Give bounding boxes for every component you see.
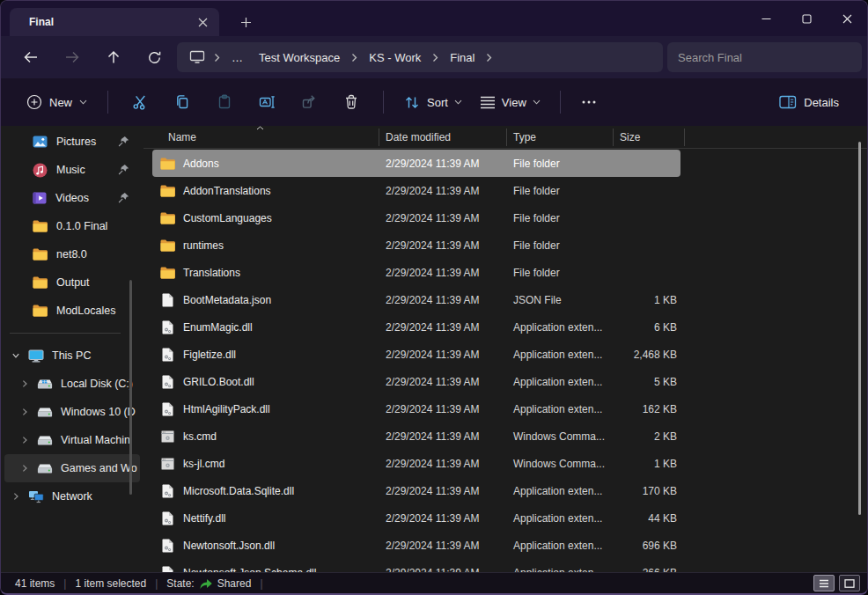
file-row-nettify-dll[interactable]: Nettify.dll 2/29/2024 11:39 AM Applicati… [152, 504, 680, 532]
folder-icon [159, 210, 175, 225]
sidebar-item-output[interactable]: Output [4, 268, 140, 297]
view-button[interactable]: View [471, 89, 549, 116]
file-row-microsoft-data-sqlite-dll[interactable]: Microsoft.Data.Sqlite.dll 2/29/2024 11:3… [152, 477, 680, 504]
file-row-newtonsoft-json-dll[interactable]: Newtonsoft.Json.dll 2/29/2024 11:39 AM A… [152, 532, 680, 559]
sidebar-item-this-pc[interactable]: This PC [4, 342, 140, 370]
column-header-size[interactable]: Size [614, 129, 685, 146]
file-date-modified: 2/29/2024 11:39 AM [379, 185, 507, 197]
sidebar-item-label: net8.0 [56, 248, 87, 261]
sidebar-item-virtual-machin[interactable]: Virtual Machin [4, 426, 140, 454]
file-row-customlanguages[interactable]: CustomLanguages 2/29/2024 11:39 AM File … [152, 204, 680, 231]
file-rows: Addons 2/29/2024 11:39 AM File folder Ad… [143, 150, 867, 572]
file-row-figletize-dll[interactable]: Figletize.dll 2/29/2024 11:39 AM Applica… [152, 341, 680, 368]
new-button-label: New [49, 96, 72, 109]
chevron-right-icon[interactable] [20, 379, 29, 388]
pin-icon [118, 164, 129, 175]
up-button[interactable] [92, 41, 134, 73]
new-tab-button[interactable] [232, 8, 260, 36]
sidebar-item-network[interactable]: Network [4, 482, 140, 511]
sort-button[interactable]: Sort [394, 87, 471, 118]
sidebar-item-modlocales[interactable]: ModLocales [4, 297, 140, 325]
forward-button[interactable] [51, 41, 92, 73]
file-row-ks-jl-cmd[interactable]: ks-jl.cmd 2/29/2024 11:39 AM Windows Com… [152, 450, 680, 477]
driveos-icon [37, 378, 53, 390]
sidebar-item-label: Pictures [56, 136, 96, 148]
more-options-button[interactable] [571, 85, 607, 119]
file-row-grilo-boot-dll[interactable]: GRILO.Boot.dll 2/29/2024 11:39 AM Applic… [152, 368, 680, 395]
minimize-button[interactable] [746, 1, 786, 36]
file-date-modified: 2/29/2024 11:39 AM [379, 212, 507, 224]
new-button[interactable]: New [17, 87, 97, 117]
chevron-down-icon[interactable] [11, 351, 20, 360]
chevron-right-icon[interactable] [11, 492, 20, 501]
refresh-button[interactable] [134, 41, 175, 73]
toolbar-separator [383, 91, 384, 114]
sidebar-item-net8-0[interactable]: net8.0 [4, 240, 140, 268]
search-input[interactable] [667, 42, 862, 72]
drive-icon [37, 435, 53, 446]
dll-icon [159, 511, 175, 525]
file-size: 696 KB [614, 540, 680, 552]
file-type: Application exten... [507, 376, 614, 388]
paste-button[interactable] [203, 85, 246, 119]
breadcrumb-overflow-button[interactable]: … [225, 48, 249, 68]
breadcrumb-item-test-workspace[interactable]: Test Workspace [253, 48, 346, 68]
file-date-modified: 2/29/2024 11:39 AM [379, 349, 507, 361]
sidebar-item-videos[interactable]: Videos [4, 184, 140, 212]
copy-button[interactable] [161, 85, 203, 119]
cmd-icon [159, 429, 175, 444]
details-pane-button[interactable]: Details [770, 88, 848, 116]
chevron-right-icon[interactable] [20, 464, 29, 473]
breadcrumb-item-final[interactable]: Final [444, 48, 481, 68]
rename-button[interactable] [246, 85, 288, 119]
sidebar-item-label: ModLocales [56, 305, 115, 317]
tab-final[interactable]: Final [10, 8, 219, 36]
delete-button[interactable] [330, 85, 372, 119]
file-row-addontranslations[interactable]: AddonTranslations 2/29/2024 11:39 AM Fil… [152, 177, 680, 204]
maximize-button[interactable] [786, 1, 827, 36]
column-header-name[interactable]: Name [143, 129, 379, 146]
tab-close-icon[interactable] [191, 11, 214, 33]
chevron-right-icon[interactable] [20, 436, 29, 444]
sidebar-item-label: Games and Wo [61, 462, 137, 474]
chevron-down-icon [79, 99, 87, 105]
sidebar-item-games-and-wo[interactable]: Games and Wo [4, 454, 140, 482]
this-pc-icon[interactable] [188, 50, 209, 64]
file-row-translations[interactable]: Translations 2/29/2024 11:39 AM File fol… [152, 259, 680, 286]
sidebar-item-label: 0.1.0 Final [56, 220, 107, 232]
dll-icon [159, 565, 175, 572]
file-row-bootmetadata-json[interactable]: BootMetadata.json 2/29/2024 11:39 AM JSO… [152, 286, 680, 313]
file-row-ks-cmd[interactable]: ks.cmd 2/29/2024 11:39 AM Windows Comma.… [152, 422, 680, 450]
column-header-date[interactable]: Date modified [379, 129, 507, 146]
icons-view-toggle[interactable] [839, 575, 860, 591]
sidebar-item-windows-10-d[interactable]: Windows 10 (D [4, 398, 140, 426]
sidebar-item-0-1-0-final[interactable]: 0.1.0 Final [4, 212, 140, 240]
cut-button[interactable] [119, 85, 161, 119]
sidebar-item-pictures[interactable]: Pictures [4, 128, 140, 156]
back-button[interactable] [10, 41, 51, 73]
file-row-runtimes[interactable]: runtimes 2/29/2024 11:39 AM File folder [152, 231, 680, 259]
sidebar-scrollbar[interactable] [129, 280, 132, 495]
breadcrumb-item-ks-work[interactable]: KS - Work [363, 48, 427, 68]
file-type: Application exten... [507, 512, 614, 525]
column-header-type[interactable]: Type [507, 129, 614, 146]
toolbar-separator [560, 91, 561, 114]
file-date-modified: 2/29/2024 11:39 AM [379, 485, 507, 497]
chevron-right-icon[interactable] [20, 408, 29, 416]
file-row-htmlagilitypack-dll[interactable]: HtmlAgilityPack.dll 2/29/2024 11:39 AM A… [152, 395, 680, 422]
file-list-scrollbar[interactable] [858, 142, 861, 515]
share-button[interactable] [288, 85, 330, 119]
file-date-modified: 2/29/2024 11:39 AM [379, 430, 507, 443]
address-bar[interactable]: … Test WorkspaceKS - WorkFinal [177, 42, 663, 72]
file-row-newtonsoft-json-schema-dll[interactable]: Newtonsoft.Json.Schema.dll 2/29/2024 11:… [152, 559, 680, 572]
file-type: Windows Comma... [507, 430, 614, 443]
drive-icon [37, 407, 53, 418]
details-view-toggle[interactable] [813, 575, 835, 591]
file-date-modified: 2/29/2024 11:39 AM [379, 158, 507, 170]
close-button[interactable] [827, 1, 867, 36]
sidebar-item-music[interactable]: Music [4, 156, 140, 184]
file-row-enummagic-dll[interactable]: EnumMagic.dll 2/29/2024 11:39 AM Applica… [152, 313, 680, 341]
file-row-addons[interactable]: Addons 2/29/2024 11:39 AM File folder [152, 150, 680, 177]
file-date-modified: 2/29/2024 11:39 AM [379, 321, 507, 334]
sidebar-item-local-disk-c[interactable]: Local Disk (C:) [4, 370, 140, 398]
